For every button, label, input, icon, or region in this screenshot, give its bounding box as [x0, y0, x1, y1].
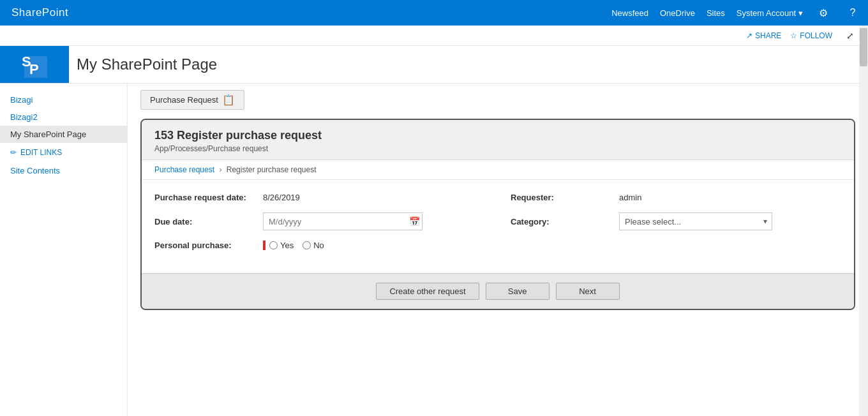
pr-button-area: Purchase Request 📋: [140, 90, 855, 110]
nav-newsfeed[interactable]: Newsfeed: [611, 8, 648, 18]
requester-value: admin: [619, 193, 641, 202]
personal-purchase-field: Personal purchase: Yes: [154, 241, 841, 250]
sidebar-item-bizagi[interactable]: Bizagi: [0, 91, 127, 108]
purchase-date-field: Purchase request date: 8/26/2019: [154, 193, 485, 202]
calendar-icon: 📅: [409, 216, 420, 227]
page-title-area: My SharePoint Page: [69, 46, 868, 83]
create-other-request-button[interactable]: Create other request: [376, 283, 479, 300]
personal-purchase-input-area: Yes No: [263, 241, 324, 250]
form-row-3: Personal purchase: Yes: [154, 241, 841, 250]
yes-radio-option[interactable]: Yes: [269, 241, 294, 250]
purchase-date-label: Purchase request date:: [154, 193, 257, 202]
nav-right: Newsfeed OneDrive Sites System Account ▾…: [611, 4, 862, 22]
pencil-icon: ✏: [10, 148, 17, 157]
system-account-menu[interactable]: System Account ▾: [737, 8, 803, 18]
due-date-input[interactable]: [263, 212, 423, 230]
nav-onedrive[interactable]: OneDrive: [660, 8, 695, 18]
share-label: SHARE: [755, 31, 781, 40]
main-layout: Bizagi Bizagi2 My SharePoint Page ✏ EDIT…: [0, 84, 868, 416]
top-navigation: SharePoint Newsfeed OneDrive Sites Syste…: [0, 0, 868, 26]
personal-purchase-label: Personal purchase:: [154, 241, 257, 250]
content-area: Purchase Request 📋 153 Register purchase…: [128, 84, 868, 416]
scrollbar[interactable]: [859, 84, 868, 416]
dropdown-arrow-icon: ▾: [798, 8, 803, 18]
page-header: S P My SharePoint Page: [0, 46, 868, 84]
category-field: Category: Please select... ▾: [511, 212, 841, 230]
svg-text:P: P: [29, 61, 38, 77]
required-indicator: [263, 241, 266, 250]
pr-button-label: Purchase Request: [150, 95, 218, 105]
yes-radio[interactable]: [269, 241, 278, 249]
header-actions-bar: ↗ SHARE ☆ FOLLOW ⤢: [0, 26, 868, 46]
form-fields: Purchase request date: 8/26/2019 Request…: [142, 180, 854, 273]
nav-left: SharePoint: [6, 6, 68, 19]
edit-links-button[interactable]: ✏ EDIT LINKS: [0, 143, 127, 162]
personal-purchase-radio-group: Yes No: [269, 241, 324, 250]
no-label: No: [313, 241, 324, 250]
settings-icon[interactable]: ⚙: [814, 4, 832, 22]
purchase-request-button[interactable]: Purchase Request 📋: [140, 90, 244, 110]
nav-sites[interactable]: Sites: [707, 8, 725, 18]
edit-links-label: EDIT LINKS: [20, 148, 62, 157]
page-title: My SharePoint Page: [77, 56, 860, 73]
sidebar-item-bizagi2[interactable]: Bizagi2: [0, 108, 127, 126]
category-select-wrapper: Please select... ▾: [619, 212, 772, 230]
save-button[interactable]: Save: [486, 283, 550, 300]
site-logo-box: S P: [0, 46, 69, 83]
form-panel-header: 153 Register purchase request App/Proces…: [142, 120, 854, 160]
site-contents-link[interactable]: Site Contents: [0, 162, 127, 179]
site-logo: S P: [15, 46, 54, 83]
due-date-label: Due date:: [154, 217, 257, 227]
requester-field: Requester: admin: [511, 193, 841, 202]
system-account-label: System Account: [737, 8, 796, 18]
due-date-field: Due date: 📅: [154, 212, 485, 230]
form-panel: 153 Register purchase request App/Proces…: [140, 119, 855, 310]
star-icon: ☆: [790, 31, 797, 40]
no-radio[interactable]: [303, 241, 311, 249]
pr-icon: 📋: [222, 94, 235, 106]
yes-label: Yes: [280, 241, 294, 250]
form-title: 153 Register purchase request: [154, 129, 841, 142]
purchase-date-value: 8/26/2019: [263, 193, 300, 202]
sharepoint-brand: SharePoint: [11, 6, 68, 19]
breadcrumb-separator: ›: [219, 165, 221, 174]
sidebar-item-mysharepointpage[interactable]: My SharePoint Page: [0, 126, 127, 143]
form-row-1: Purchase request date: 8/26/2019 Request…: [154, 193, 841, 202]
form-breadcrumb: Purchase request › Register purchase req…: [142, 160, 854, 180]
no-radio-option[interactable]: No: [303, 241, 324, 250]
breadcrumb-child: Register purchase request: [227, 165, 317, 174]
next-button[interactable]: Next: [556, 283, 620, 300]
sidebar: Bizagi Bizagi2 My SharePoint Page ✏ EDIT…: [0, 84, 128, 416]
form-row-2: Due date: 📅 Category: Please select...: [154, 212, 841, 230]
category-select[interactable]: Please select...: [619, 212, 772, 230]
form-footer: Create other request Save Next: [142, 273, 854, 309]
follow-button[interactable]: ☆ FOLLOW: [790, 31, 832, 40]
form-subtitle: App/Processes/Purchase request: [154, 144, 841, 153]
focus-icon[interactable]: ⤢: [841, 27, 859, 45]
due-date-input-wrapper: 📅: [263, 212, 423, 230]
share-button[interactable]: ↗ SHARE: [746, 31, 781, 40]
category-label: Category:: [511, 217, 613, 227]
sharepoint-logo-svg: S P: [15, 46, 54, 78]
help-icon[interactable]: ?: [844, 4, 862, 22]
share-icon: ↗: [746, 31, 752, 40]
follow-label: FOLLOW: [800, 31, 832, 40]
breadcrumb-root[interactable]: Purchase request: [154, 165, 214, 174]
requester-label: Requester:: [511, 193, 613, 202]
